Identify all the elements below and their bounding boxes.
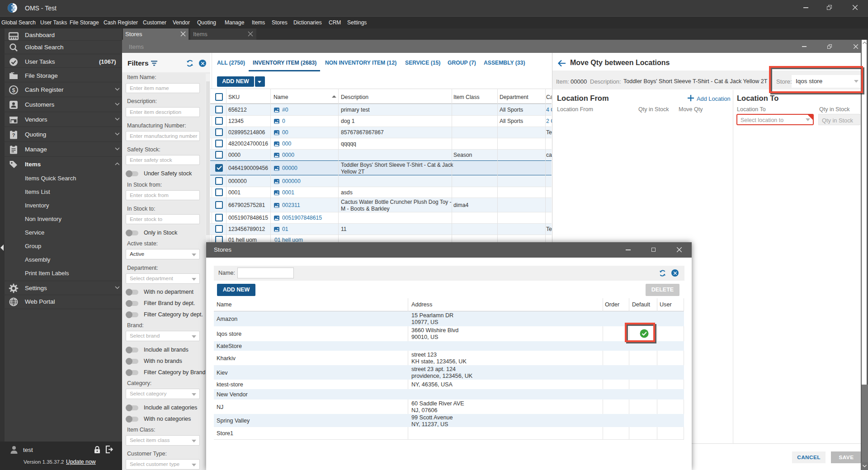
svg-text:$: $ xyxy=(12,87,15,94)
svg-text:?: ? xyxy=(12,132,15,138)
